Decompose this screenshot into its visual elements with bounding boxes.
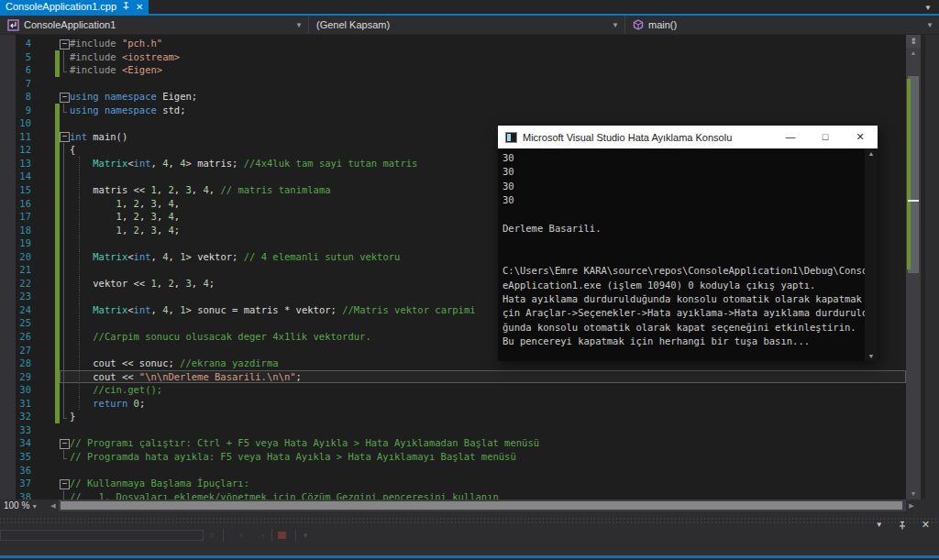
code-line[interactable]: 4#include "pch.h" [0, 37, 906, 50]
console-app-icon [505, 132, 517, 143]
horizontal-scrollbar-thumb[interactable] [61, 501, 902, 510]
chevron-down-icon: ▼ [295, 21, 303, 29]
faint-icon: ○ [207, 531, 216, 540]
faint-forward-icon: › [259, 531, 268, 540]
maximize-button[interactable]: □ [808, 126, 843, 148]
zoom-level-label: 100 % [4, 500, 29, 511]
panel-grip[interactable] [0, 518, 939, 520]
code-line[interactable]: 6#include <Eigen> [0, 63, 906, 77]
code-line[interactable]: 31 return 0; [0, 397, 906, 411]
code-line[interactable]: 30 //cin.get(); [0, 383, 906, 397]
panel-pin-icon[interactable] [898, 521, 907, 530]
status-bar-edge [0, 555, 939, 558]
code-line[interactable]: 34// Programı çalıştır: Ctrl + F5 veya H… [0, 436, 906, 450]
bottom-panel: ▼ ✕ ○ ‹ › ▾ [0, 511, 939, 555]
code-line[interactable]: 33 [0, 423, 906, 437]
scroll-left-arrow-icon[interactable]: ◀ [48, 502, 59, 510]
project-dropdown[interactable]: ConsoleApplication1 ▼ [0, 16, 309, 34]
member-dropdown-label: main() [648, 19, 677, 30]
scroll-up-arrow-icon[interactable]: ▲ [906, 48, 921, 59]
member-dropdown[interactable]: main() ▼ [625, 16, 939, 34]
method-icon [633, 19, 644, 30]
chevron-down-icon: ▼ [612, 21, 619, 29]
scroll-down-arrow-icon[interactable]: ▼ [906, 489, 921, 500]
code-line[interactable]: 5#include <iostream> [0, 50, 906, 64]
close-button[interactable]: ✕ [843, 126, 878, 148]
console-scrollbar[interactable]: ▲ ▼ [865, 148, 878, 361]
scope-dropdown[interactable]: (Genel Kapsam) ▼ [309, 16, 625, 34]
code-line[interactable]: 37// Kullanmaya Başlama İpuçları: [0, 477, 906, 490]
code-line[interactable]: 9using namespace std; [0, 104, 906, 117]
panel-grip[interactable] [0, 522, 939, 523]
panel-separator [295, 529, 296, 542]
console-output-area: 30303030 Derleme Basarili. C:\Users\Emre… [498, 148, 878, 361]
scope-dropdown-label: (Genel Kapsam) [316, 19, 390, 30]
scroll-right-arrow-icon[interactable]: ▶ [906, 502, 917, 510]
code-line[interactable]: 8using namespace Eigen; [0, 90, 906, 104]
horizontal-scrollbar[interactable] [59, 500, 906, 511]
code-line[interactable]: 38// 1. Dosyaları eklemek/yönetmek için … [0, 490, 906, 500]
panel-close-icon[interactable]: ✕ [922, 519, 930, 531]
chevron-down-icon: ▼ [31, 503, 38, 510]
console-title-bar[interactable]: Microsoft Visual Studio Hata Ayıklama Ko… [498, 126, 878, 148]
close-tab-icon[interactable]: ✕ [136, 3, 143, 12]
vertical-scrollbar[interactable]: ⇕ ▲ ▼ [906, 35, 921, 500]
debug-console-window[interactable]: Microsoft Visual Studio Hata Ayıklama Ko… [498, 126, 878, 361]
hidden-panel-searchbox [0, 530, 204, 541]
document-list-chevron-icon[interactable]: ▼ [924, 4, 932, 12]
tab-label: ConsoleApplication1.cpp [6, 0, 116, 14]
chevron-down-icon: ▼ [926, 21, 933, 29]
faint-error-icon [278, 532, 286, 539]
code-line[interactable]: 7 [0, 77, 906, 91]
tab-consoleapplication1-cpp[interactable]: ConsoleApplication1.cpp ✕ [0, 0, 149, 14]
console-scroll-down-icon[interactable]: ▼ [865, 353, 878, 359]
code-line[interactable]: 29 cout << "\n\nDerleme Basarili.\n\n"; [0, 370, 906, 384]
editor-bottom-bar: 100 %▼ ◀ ▶ [0, 500, 939, 511]
project-dropdown-label: ConsoleApplication1 [24, 19, 116, 30]
project-icon [7, 19, 19, 31]
console-window-title: Microsoft Visual Studio Hata Ayıklama Ko… [523, 132, 732, 143]
minimize-button[interactable]: — [773, 126, 808, 148]
scrollbar-caret-mark [908, 200, 919, 202]
tab-strip: ConsoleApplication1.cpp ✕ ▼ [0, 0, 939, 14]
code-line[interactable]: 36 [0, 464, 906, 478]
panel-separator [223, 529, 224, 542]
code-line[interactable]: 32} [0, 410, 906, 423]
pin-icon[interactable] [122, 0, 130, 14]
scrollbar-change-annotation [907, 79, 911, 269]
code-line[interactable]: 35// Programda hata ayıkla: F5 veya Hata… [0, 450, 906, 464]
right-edge-strip [925, 35, 939, 500]
console-scroll-up-icon[interactable]: ▲ [865, 150, 878, 157]
panel-chevron-down-icon[interactable]: ▼ [876, 521, 883, 529]
console-text: 30303030 Derleme Basarili. C:\Users\Emre… [503, 151, 863, 349]
zoom-level-dropdown[interactable]: 100 %▼ [0, 500, 48, 511]
faint-icon: ▾ [301, 531, 310, 540]
panel-separator [271, 529, 272, 542]
faint-back-icon: ‹ [237, 531, 246, 540]
navigation-bar: ConsoleApplication1 ▼ (Genel Kapsam) ▼ m… [0, 16, 939, 35]
editor-split-handle[interactable]: ⇕ [906, 35, 921, 48]
